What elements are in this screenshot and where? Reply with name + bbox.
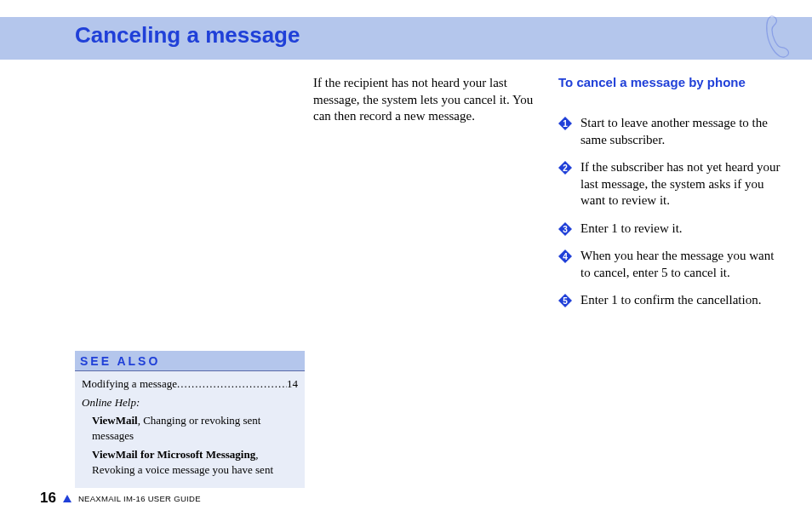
intro-paragraph: If the recipient has not heard your last… xyxy=(313,75,539,125)
dot-leader: ............................... xyxy=(177,376,287,392)
see-also-item[interactable]: ViewMail, Changing or revoking sent mess… xyxy=(82,413,298,443)
procedure-heading: To cancel a message by phone xyxy=(558,75,775,91)
step-number-icon: 3 xyxy=(558,222,575,236)
svg-text:1: 1 xyxy=(563,119,568,129)
step-4: 4 When you hear the message you want to … xyxy=(558,248,784,281)
step-number-icon: 5 xyxy=(558,294,575,307)
item-bold: ViewMail xyxy=(92,414,138,427)
page-number: 16 xyxy=(40,490,56,507)
step-1: 1 Start to leave another message to the … xyxy=(558,115,784,148)
item-bold: ViewMail for Microsoft Messaging xyxy=(92,448,255,461)
procedure-steps: 1 Start to leave another message to the … xyxy=(558,115,784,320)
page-footer: 16 NEAXMAIL IM-16 USER GUIDE xyxy=(40,490,201,507)
guide-name: NEAXMAIL IM-16 USER GUIDE xyxy=(78,494,201,503)
step-5: 5 Enter 1 to confirm the cancellation. xyxy=(558,292,784,309)
see-also-box: SEE ALSO Modifying a message ...........… xyxy=(75,351,305,488)
step-number-icon: 4 xyxy=(558,250,575,263)
svg-text:4: 4 xyxy=(563,252,568,261)
svg-text:2: 2 xyxy=(563,163,568,173)
svg-text:5: 5 xyxy=(563,296,568,306)
xref-label: Modifying a message xyxy=(82,376,177,392)
step-text: Start to leave another message to the sa… xyxy=(575,115,784,148)
step-3: 3 Enter 1 to review it. xyxy=(558,221,784,238)
step-text: If the subscriber has not yet heard your… xyxy=(575,159,784,209)
page-title: Canceling a message xyxy=(75,22,300,49)
step-text: Enter 1 to review it. xyxy=(575,221,784,238)
svg-text:3: 3 xyxy=(563,224,568,233)
step-text: When you hear the message you want to ca… xyxy=(575,248,784,281)
triangle-icon xyxy=(63,495,71,502)
step-2: 2 If the subscriber has not yet heard yo… xyxy=(558,159,784,209)
step-text: Enter 1 to confirm the cancellation. xyxy=(575,292,784,309)
see-also-xref[interactable]: Modifying a message ....................… xyxy=(82,376,298,392)
see-also-body: Modifying a message ....................… xyxy=(75,370,305,488)
online-help-label: Online Help: xyxy=(82,395,298,410)
see-also-item[interactable]: ViewMail for Microsoft Messaging, Revoki… xyxy=(82,447,298,477)
step-number-icon: 2 xyxy=(558,161,575,175)
xref-page: 14 xyxy=(287,376,298,392)
phone-handset-icon xyxy=(763,13,797,60)
see-also-heading: SEE ALSO xyxy=(75,351,305,370)
step-number-icon: 1 xyxy=(558,117,575,130)
